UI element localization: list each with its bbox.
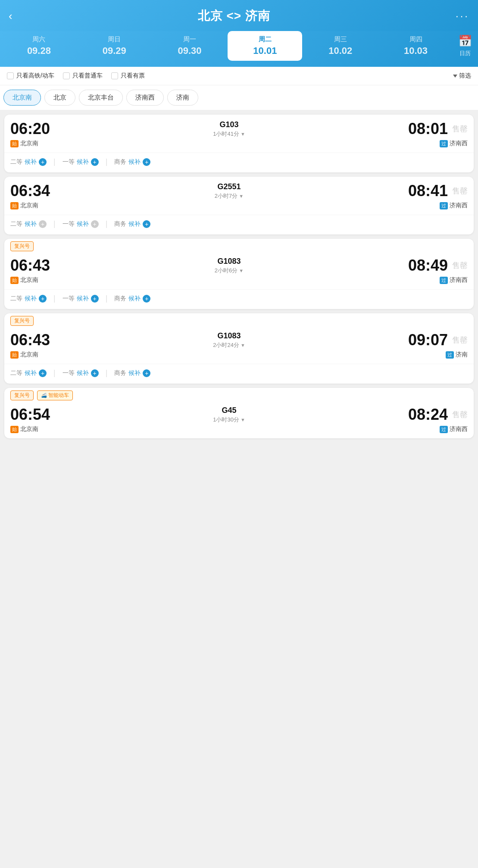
station-tab-4[interactable]: 济南 bbox=[167, 90, 198, 106]
ticket-add-btn[interactable]: + bbox=[91, 295, 99, 303]
date-item-09.29[interactable]: 周日 09.29 bbox=[77, 31, 152, 61]
weekday-label: 周一 bbox=[183, 35, 196, 44]
arrive-time: 08:24 bbox=[396, 406, 448, 424]
ticket-add-btn[interactable]: + bbox=[39, 220, 47, 228]
ticket-class-label: 一等 bbox=[62, 158, 75, 166]
from-station-name: 北京南 bbox=[20, 425, 38, 433]
ticket-divider: | bbox=[53, 368, 56, 378]
ticket-class-label: 一等 bbox=[62, 369, 75, 377]
train-card-3[interactable]: 复兴号 06:43 G1083 2小时24分 ▼ 09:07 售罄 始 北京南 … bbox=[4, 313, 474, 384]
train-number: G1083 bbox=[217, 257, 241, 266]
from-badge: 始 bbox=[10, 202, 19, 209]
date-label: 10.03 bbox=[404, 45, 428, 56]
from-badge: 始 bbox=[10, 140, 19, 147]
from-station: 始 北京南 bbox=[10, 276, 62, 284]
ticket-row: 二等 候补 + | 一等 候补 + | 商务 候补 + bbox=[4, 364, 474, 384]
ticket-class-label: 二等 bbox=[10, 220, 22, 228]
from-station: 始 北京南 bbox=[10, 140, 62, 147]
ticket-class-label: 二等 bbox=[10, 158, 22, 166]
ticket-group-0: 二等 候补 + bbox=[10, 369, 47, 377]
duration-arrow-icon: ▼ bbox=[241, 343, 245, 348]
ticket-status[interactable]: 候补 bbox=[128, 220, 141, 228]
fuxing-tag: 复兴号 bbox=[10, 390, 34, 400]
ticket-group-2: 商务 候补 + bbox=[114, 295, 150, 303]
ticket-add-btn[interactable]: + bbox=[91, 158, 99, 166]
filter-checkbox-2[interactable]: 只看有票 bbox=[111, 72, 145, 80]
ticket-status[interactable]: 候补 bbox=[77, 220, 89, 228]
date-item-09.30[interactable]: 周一 09.30 bbox=[153, 31, 227, 61]
ticket-status[interactable]: 候补 bbox=[128, 295, 141, 303]
arrive-time: 08:41 bbox=[396, 182, 448, 200]
station-tab-3[interactable]: 济南西 bbox=[126, 90, 164, 106]
ticket-add-btn[interactable]: + bbox=[143, 158, 150, 166]
ticket-add-btn[interactable]: + bbox=[39, 158, 47, 166]
from-station-name: 北京南 bbox=[20, 276, 38, 284]
ticket-add-btn[interactable]: + bbox=[91, 220, 99, 228]
duration-arrow-icon: ▼ bbox=[239, 268, 244, 273]
ticket-add-btn[interactable]: + bbox=[91, 369, 99, 377]
ticket-status[interactable]: 候补 bbox=[25, 295, 37, 303]
filter-sort-button[interactable]: 筛选 bbox=[453, 72, 471, 80]
date-item-10.01[interactable]: 周二 10.01 bbox=[228, 31, 302, 61]
ticket-group-1: 一等 候补 + bbox=[62, 158, 99, 166]
ticket-row: 二等 候补 + | 一等 候补 + | 商务 候补 + bbox=[4, 289, 474, 309]
app-container: ‹ 北京 <> 济南 ··· 周六 09.28 周日 09.29 周一 09.3… bbox=[0, 0, 478, 443]
train-number: G2551 bbox=[217, 182, 241, 191]
filter-checkbox-0[interactable]: 只看高铁/动车 bbox=[7, 72, 54, 80]
to-station: 过 济南西 bbox=[416, 425, 468, 433]
to-station-name: 济南西 bbox=[450, 140, 468, 147]
ticket-status[interactable]: 候补 bbox=[77, 369, 89, 377]
from-station: 始 北京南 bbox=[10, 202, 62, 209]
depart-time: 06:20 bbox=[10, 120, 62, 138]
station-tab-0[interactable]: 北京南 bbox=[3, 90, 41, 106]
station-tabs: 北京南北京北京丰台济南西济南 bbox=[0, 85, 478, 110]
train-duration: 2小时24分 ▼ bbox=[213, 341, 245, 349]
ticket-add-btn[interactable]: + bbox=[39, 295, 47, 303]
train-card-0[interactable]: 06:20 G103 1小时41分 ▼ 08:01 售罄 始 北京南 过 济南西 bbox=[4, 115, 474, 172]
date-item-09.28[interactable]: 周六 09.28 bbox=[2, 31, 76, 61]
date-label: 09.30 bbox=[178, 45, 202, 56]
back-button[interactable]: ‹ bbox=[9, 9, 12, 23]
checkbox-box bbox=[63, 72, 70, 79]
ticket-status[interactable]: 候补 bbox=[25, 220, 37, 228]
ticket-divider: | bbox=[53, 219, 56, 228]
ticket-divider: | bbox=[53, 294, 56, 303]
to-station-name: 济南 bbox=[456, 351, 468, 359]
depart-time: 06:34 bbox=[10, 182, 62, 200]
station-tab-1[interactable]: 北京 bbox=[44, 90, 75, 106]
date-selector: 周六 09.28 周日 09.29 周一 09.30 周二 10.01 周三 1… bbox=[0, 31, 478, 67]
more-button[interactable]: ··· bbox=[456, 10, 469, 22]
train-card-1[interactable]: 06:34 G2551 2小时7分 ▼ 08:41 售罄 始 北京南 过 济南西 bbox=[4, 177, 474, 234]
from-station-name: 北京南 bbox=[20, 140, 38, 147]
filter-checkbox-1[interactable]: 只看普通车 bbox=[63, 72, 103, 80]
train-card-4[interactable]: 复兴号🚄智能动车 06:54 G45 1小时30分 ▼ 08:24 售罄 始 北… bbox=[4, 388, 474, 438]
train-duration: 2小时7分 ▼ bbox=[215, 192, 244, 200]
ticket-group-2: 商务 候补 + bbox=[114, 369, 150, 377]
calendar-button[interactable]: 📅 日历 bbox=[454, 31, 476, 61]
train-station-row: 始 北京南 过 济南西 bbox=[4, 202, 474, 215]
ticket-status[interactable]: 候补 bbox=[25, 369, 37, 377]
ticket-add-btn[interactable]: + bbox=[143, 220, 150, 228]
date-item-10.03[interactable]: 周四 10.03 bbox=[378, 31, 453, 61]
station-tab-2[interactable]: 北京丰台 bbox=[79, 90, 123, 106]
ticket-divider: | bbox=[106, 157, 108, 166]
ticket-class-label: 二等 bbox=[10, 295, 22, 303]
ticket-status[interactable]: 候补 bbox=[128, 158, 141, 166]
price-label: 售罄 bbox=[452, 124, 468, 134]
ticket-add-btn[interactable]: + bbox=[143, 295, 150, 303]
train-card-2[interactable]: 复兴号 06:43 G1083 2小时6分 ▼ 08:49 售罄 始 北京南 过… bbox=[4, 239, 474, 309]
ticket-status[interactable]: 候补 bbox=[77, 295, 89, 303]
date-item-10.02[interactable]: 周三 10.02 bbox=[303, 31, 378, 61]
ticket-status[interactable]: 候补 bbox=[25, 158, 37, 166]
ticket-add-btn[interactable]: + bbox=[143, 369, 150, 377]
from-badge: 始 bbox=[10, 426, 19, 433]
ticket-class-label: 一等 bbox=[62, 220, 75, 228]
to-station: 过 济南西 bbox=[416, 140, 468, 147]
ticket-status[interactable]: 候补 bbox=[128, 369, 141, 377]
weekday-label: 周六 bbox=[32, 35, 45, 44]
ticket-divider: | bbox=[106, 294, 108, 303]
ticket-status[interactable]: 候补 bbox=[77, 158, 89, 166]
filter-icon bbox=[453, 75, 457, 78]
ticket-group-2: 商务 候补 + bbox=[114, 158, 150, 166]
ticket-add-btn[interactable]: + bbox=[39, 369, 47, 377]
